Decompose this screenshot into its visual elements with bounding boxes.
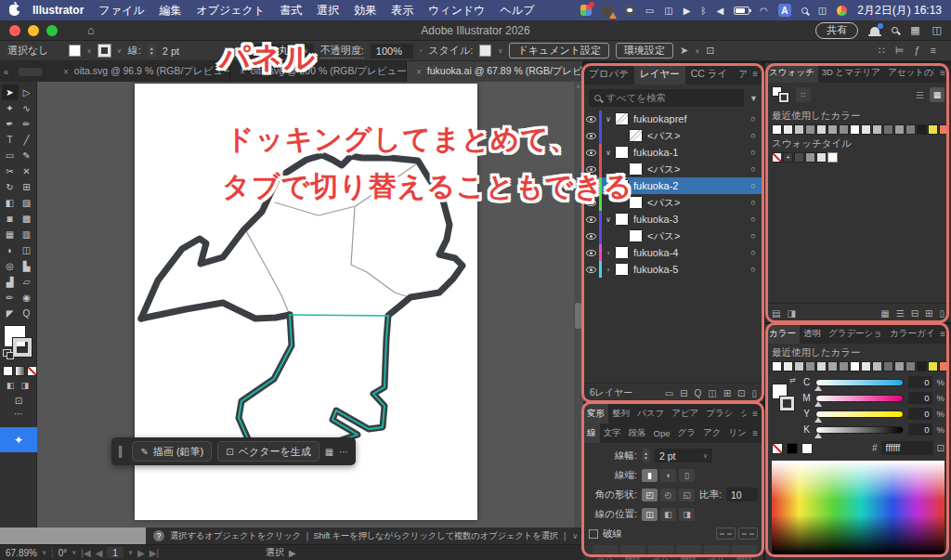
menu-item[interactable]: 効果 — [354, 3, 376, 19]
color-swatch[interactable] — [839, 361, 849, 371]
selection-tool[interactable]: ➤ — [2, 85, 19, 100]
close-tab-icon[interactable]: × — [63, 67, 69, 77]
screen-mode-icon[interactable]: ⊡ — [0, 396, 37, 406]
rotation-chevron-icon[interactable]: ∨ — [72, 549, 76, 556]
grid-view-icon[interactable]: ▦ — [930, 87, 944, 102]
menu-item[interactable]: ヘルプ — [501, 3, 535, 19]
draw-pencil-button[interactable]: ✎ 描画 (鉛筆) — [132, 441, 212, 462]
layer-name[interactable]: <パス> — [647, 129, 743, 143]
color-swatch[interactable] — [794, 361, 804, 371]
layers-panel-tab[interactable]: プロパテ — [583, 63, 634, 85]
gray-swatch[interactable] — [805, 152, 815, 163]
toolbar-grip[interactable] — [18, 68, 43, 76]
dash-field-input[interactable] — [704, 545, 729, 555]
status-arrow-icon[interactable]: ▶ — [289, 548, 296, 558]
menu-item[interactable]: 選択 — [317, 3, 339, 19]
slider-track[interactable] — [815, 410, 904, 418]
stroke-align-center-icon[interactable]: ◫ — [642, 508, 658, 521]
creative-cloud-icon[interactable] — [602, 5, 614, 17]
swatch-kinds-icon[interactable]: ▦ — [880, 308, 889, 319]
draw-normal-icon[interactable]: ◧ — [7, 381, 15, 390]
target-circle-icon[interactable]: ○ — [743, 114, 763, 124]
generate-vectors-button[interactable]: ⊡ ベクターを生成 — [217, 441, 319, 462]
color-swatch[interactable] — [894, 124, 905, 135]
transform-panel-tab[interactable]: 変形 — [583, 404, 608, 423]
zoom-window-button[interactable] — [46, 25, 58, 36]
color-swatch[interactable] — [939, 361, 949, 371]
layer-name[interactable]: fukuoka-5 — [633, 264, 743, 275]
color-panel-tab[interactable]: カラーガイド — [886, 324, 934, 344]
free-transform-tool[interactable]: ⊞ — [19, 179, 35, 195]
filter-icon[interactable]: ▼ — [749, 94, 758, 103]
panel-menu-icon[interactable]: ≡ — [747, 63, 763, 85]
menu-item[interactable]: ファイル — [98, 3, 144, 19]
bluetooth-icon[interactable]: ᛒ — [700, 6, 706, 16]
target-circle-icon[interactable]: ○ — [743, 265, 763, 274]
layer-name[interactable]: fukuoka-2 — [633, 180, 743, 191]
minimize-window-button[interactable] — [28, 25, 39, 36]
wifi-icon[interactable]: ◠ — [760, 6, 768, 16]
stroke-width-value[interactable]: 2 pt — [163, 46, 179, 57]
menu-item[interactable]: 書式 — [280, 3, 302, 19]
none-mode-button[interactable] — [27, 366, 37, 376]
target-circle-icon[interactable]: ○ — [743, 198, 763, 207]
mesh-tool[interactable]: ▦ — [2, 227, 19, 242]
fill-color-swatch[interactable] — [69, 45, 81, 57]
round-cap-icon[interactable]: ◗ — [660, 469, 676, 482]
color-swatch[interactable] — [816, 361, 827, 371]
visibility-toggle[interactable] — [583, 116, 599, 123]
layer-row[interactable]: <パス>○ — [583, 127, 763, 144]
layer-name[interactable]: <パス> — [647, 163, 743, 176]
slider-track[interactable] — [815, 395, 904, 402]
spotlight-icon[interactable] — [801, 7, 808, 14]
stroke-panel-tab[interactable]: 線 — [583, 423, 600, 443]
document-tab[interactable]: ×fukuoka.ai @ 67.89 % (RGB/プレビュー) — [407, 61, 583, 82]
round-join-icon[interactable]: ◴ — [660, 488, 676, 501]
color-swatch[interactable] — [816, 124, 827, 135]
new-sublayer-icon[interactable]: ⊞ — [723, 388, 731, 398]
swap-fill-stroke-icon[interactable]: ⇄ — [789, 376, 796, 384]
dash-field-input[interactable] — [648, 545, 673, 555]
layer-name[interactable]: <パス> — [647, 196, 743, 210]
prev-artboard-icon[interactable]: ◀ — [96, 548, 103, 558]
layer-row[interactable]: ∨fukuokapref○ — [583, 111, 763, 127]
reference-image-icon[interactable]: ▦ — [325, 447, 333, 457]
visibility-toggle[interactable] — [583, 133, 599, 139]
layers-panel-tab[interactable]: レイヤー — [634, 63, 685, 85]
column-graph-tool[interactable]: ▙ — [19, 258, 35, 274]
color-swatch[interactable] — [772, 361, 782, 371]
default-fill-stroke-icon[interactable] — [3, 349, 11, 357]
magic-wand-tool[interactable]: ✦ — [2, 100, 19, 116]
puppet-warp-tool[interactable]: ▨ — [19, 195, 35, 211]
dashed-line-checkbox[interactable] — [589, 529, 598, 539]
color-spectrum[interactable] — [772, 461, 944, 554]
swatches-panel-tab[interactable]: アセットの書き — [884, 63, 934, 83]
export-icon[interactable]: ⊡ — [706, 45, 714, 57]
twisty-icon[interactable]: ∨ — [602, 149, 615, 157]
color-mode-button[interactable] — [3, 366, 13, 376]
display-icon[interactable]: ▭ — [645, 6, 654, 16]
width-tool[interactable]: ◧ — [2, 195, 19, 211]
black-swatch[interactable] — [787, 443, 798, 454]
line-app-icon[interactable] — [624, 5, 635, 16]
color-panel-tab[interactable]: カラー — [765, 324, 800, 344]
color-swatch[interactable] — [894, 361, 905, 371]
graph-tool[interactable]: ▟ — [2, 274, 19, 290]
lasso-tool[interactable]: ∿ — [19, 100, 35, 116]
slider-track[interactable] — [815, 379, 904, 386]
fill-stroke-proxy[interactable]: ⇄ — [772, 376, 796, 417]
stroke-chevron-icon[interactable]: ∨ — [117, 47, 122, 55]
dash-field-input[interactable] — [593, 545, 618, 555]
layer-name[interactable]: fukuoka-4 — [633, 247, 743, 258]
visibility-toggle[interactable] — [583, 150, 599, 156]
color-swatch[interactable] — [783, 361, 793, 371]
layer-name[interactable]: fukuoka-3 — [633, 214, 743, 225]
target-circle-icon[interactable]: ○ — [743, 164, 763, 174]
target-circle-icon[interactable]: ○ — [743, 148, 763, 157]
close-tab-icon[interactable]: × — [416, 67, 422, 77]
gray-swatch[interactable] — [816, 152, 827, 163]
target-circle-icon[interactable]: ○ — [743, 181, 763, 190]
stroke-width-stepper[interactable]: ▲▼ — [642, 449, 650, 462]
edit-toolbar-icon[interactable]: ⋯ — [0, 409, 37, 419]
rotate-tool[interactable]: ↻ — [2, 179, 19, 195]
